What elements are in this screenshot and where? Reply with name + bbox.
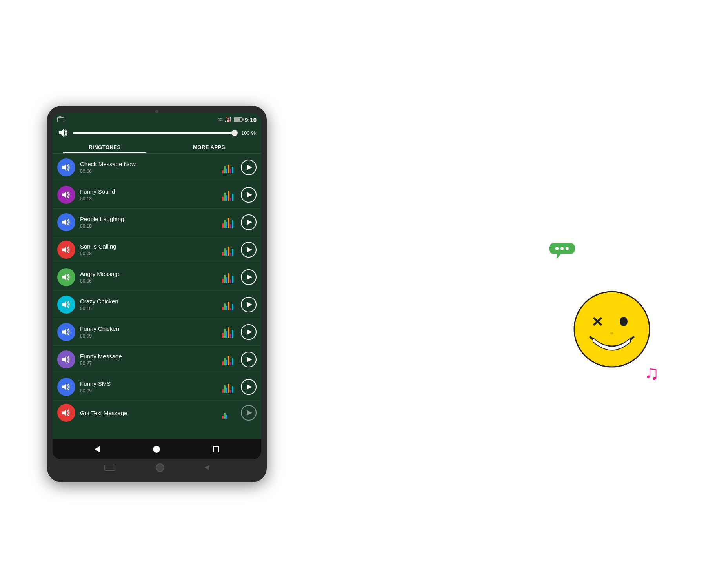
svg-marker-15: [62, 409, 66, 416]
waveform-icon: [222, 299, 236, 310]
speaker-icon-circle: [57, 350, 75, 368]
home-button[interactable]: [153, 446, 160, 453]
waveform-icon: [222, 216, 236, 228]
ringtone-duration: 00:09: [80, 333, 217, 339]
speaker-icon-circle: [57, 158, 75, 176]
waveform-icon: [222, 354, 236, 365]
speaker-icon-circle: [57, 213, 75, 231]
physical-buttons: [53, 460, 261, 475]
ringtone-info: Funny Sound 00:13: [80, 188, 217, 201]
ringtone-duration: 00:06: [80, 278, 217, 284]
ringtone-duration: 00:08: [80, 251, 217, 256]
ringtone-title: People Laughing: [80, 216, 217, 222]
ringtone-info: Funny Chicken 00:09: [80, 325, 217, 339]
waveform-icon: [222, 326, 236, 338]
battery-icon: [234, 117, 242, 122]
ringtone-title: Funny Sound: [80, 188, 217, 195]
speaker-icon-circle: [57, 268, 75, 286]
ringtone-duration: 00:15: [80, 306, 217, 311]
tabs-container: RINGTONES MORE APPS: [53, 140, 261, 154]
list-item[interactable]: Funny Sound 00:13: [53, 181, 261, 209]
speech-bubble: [549, 243, 575, 254]
svg-rect-1: [227, 120, 228, 122]
status-left: [57, 117, 64, 122]
bubble-dot: [555, 247, 559, 250]
ringtone-title: Check Message Now: [80, 161, 217, 167]
list-item[interactable]: Funny Chicken 00:09: [53, 318, 261, 346]
screen: 4G 9:10: [53, 113, 261, 459]
list-item[interactable]: Check Message Now 00:06: [53, 154, 261, 181]
ringtone-title: Crazy Chicken: [80, 298, 217, 305]
tablet-shell: 4G 9:10: [47, 106, 267, 482]
bubble-dot: [560, 247, 564, 250]
nav-bar: [53, 439, 261, 459]
ringtone-title: Angry Message: [80, 270, 217, 277]
speaker-icon-circle: [57, 241, 75, 259]
ringtone-duration: 00:13: [80, 196, 217, 201]
list-item[interactable]: Crazy Chicken 00:15: [53, 291, 261, 318]
tab-ringtones[interactable]: RINGTONES: [53, 140, 157, 153]
list-item[interactable]: Angry Message 00:06: [53, 263, 261, 291]
tab-more-apps[interactable]: MORE APPS: [157, 140, 261, 153]
ringtone-info: Funny Message 00:27: [80, 353, 217, 366]
play-button[interactable]: [241, 187, 257, 203]
play-button[interactable]: [241, 405, 257, 421]
speaker-icon-circle: [57, 378, 75, 396]
ringtone-info: Got Text Message: [80, 410, 217, 416]
status-time: 9:10: [245, 116, 257, 123]
list-item[interactable]: Got Text Message: [53, 401, 261, 425]
recent-apps-button[interactable]: [213, 446, 219, 452]
svg-marker-7: [62, 191, 66, 198]
play-button[interactable]: [241, 324, 257, 340]
play-button[interactable]: [241, 214, 257, 230]
music-note-icon: ♫: [644, 361, 659, 384]
svg-marker-6: [62, 164, 66, 171]
waveform-icon: [222, 407, 236, 419]
svg-marker-14: [62, 383, 66, 390]
ringtone-title: Funny SMS: [80, 380, 217, 387]
svg-point-19: [620, 317, 628, 326]
waveform-icon: [222, 271, 236, 283]
waveform-icon: [222, 189, 236, 201]
volume-slider[interactable]: [73, 132, 235, 134]
svg-marker-10: [62, 274, 66, 281]
home-physical: [156, 463, 164, 472]
signal-bars-icon: [225, 117, 231, 122]
ringtone-title: Funny Message: [80, 353, 217, 359]
speaker-icon-circle: [57, 404, 75, 422]
svg-marker-13: [62, 356, 66, 363]
speaker-icon-circle: [57, 323, 75, 341]
play-button[interactable]: [241, 160, 257, 175]
ringtone-info: Angry Message 00:06: [80, 270, 217, 284]
waveform-icon: [222, 244, 236, 256]
play-button[interactable]: [241, 352, 257, 367]
ringtone-title: Son Is Calling: [80, 243, 217, 250]
back-button[interactable]: [95, 446, 100, 452]
play-button[interactable]: [241, 297, 257, 312]
list-item[interactable]: Son Is Calling 00:08: [53, 236, 261, 263]
signal-4g-icon: 4G: [218, 118, 223, 122]
ringtone-info: Funny SMS 00:09: [80, 380, 217, 394]
list-item[interactable]: Funny SMS 00:09: [53, 373, 261, 401]
ringtone-title: Got Text Message: [80, 410, 217, 416]
waveform-icon: [222, 162, 236, 173]
speaker-icon-circle: [57, 186, 75, 204]
ringtone-duration: 00:27: [80, 361, 217, 366]
svg-rect-0: [225, 121, 226, 122]
ringtone-info: People Laughing 00:10: [80, 216, 217, 229]
back-physical: [205, 465, 209, 470]
svg-point-20: [610, 332, 613, 334]
ringtone-duration: 00:10: [80, 223, 217, 229]
volume-percentage: 100 %: [239, 130, 256, 136]
svg-marker-11: [62, 301, 66, 308]
volume-bar: 100 %: [53, 125, 261, 140]
recent-apps-physical: [104, 465, 115, 471]
svg-marker-9: [62, 246, 66, 253]
play-button[interactable]: [241, 242, 257, 258]
list-item[interactable]: Funny Message 00:27: [53, 346, 261, 373]
ringtone-title: Funny Chicken: [80, 325, 217, 332]
volume-icon: [58, 127, 69, 138]
list-item[interactable]: People Laughing 00:10: [53, 209, 261, 236]
play-button[interactable]: [241, 269, 257, 285]
play-button[interactable]: [241, 379, 257, 395]
